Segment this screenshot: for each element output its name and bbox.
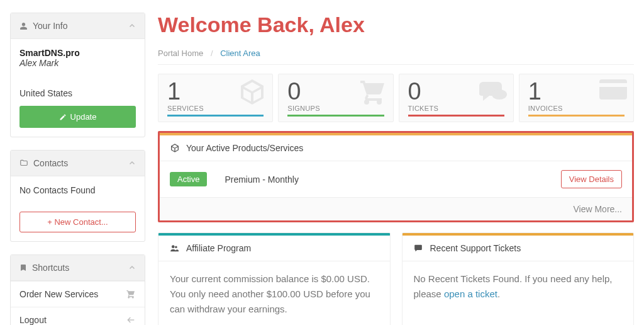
your-info-header[interactable]: Your Info	[11, 13, 145, 39]
stat-signups[interactable]: 0 SIGNUPS	[278, 74, 393, 122]
shortcuts-header[interactable]: Shortcuts	[11, 255, 145, 281]
affiliate-body: Your current commission balance is $0.00…	[158, 261, 390, 325]
contacts-header[interactable]: Contacts	[11, 151, 145, 176]
your-info-panel: Your Info SmartDNS.pro Alex Mark United …	[10, 13, 145, 137]
stat-invoices[interactable]: 1 INVOICES	[519, 74, 634, 122]
arrow-left-icon	[126, 315, 136, 325]
users-icon	[169, 244, 180, 253]
comment-icon	[413, 244, 424, 253]
chevron-up-icon	[128, 159, 136, 167]
svg-point-1	[492, 89, 507, 100]
status-badge: Active	[170, 172, 207, 186]
credit-card-icon	[598, 77, 628, 102]
user-icon	[19, 22, 28, 30]
breadcrumb: Portal Home / Client Area	[158, 43, 634, 65]
svg-point-5	[175, 246, 177, 249]
svg-point-4	[172, 245, 175, 248]
svg-rect-2	[599, 79, 627, 100]
breadcrumb-home[interactable]: Portal Home	[158, 48, 203, 58]
svg-rect-3	[599, 83, 627, 87]
shortcuts-title: Shortcuts	[32, 263, 69, 273]
pencil-icon	[59, 113, 67, 121]
breadcrumb-separator: /	[211, 48, 213, 58]
your-info-title: Your Info	[33, 21, 68, 31]
stat-invoices-label: INVOICES	[528, 105, 625, 112]
your-info-body: SmartDNS.pro Alex Mark United States Upd…	[11, 39, 145, 137]
active-products-panel: Your Active Products/Services Active Pre…	[158, 131, 634, 222]
shortcut-logout-label: Logout	[19, 315, 47, 325]
contacts-panel: Contacts No Contacts Found + New Contact…	[10, 150, 145, 242]
contacts-empty-text: No Contacts Found	[11, 176, 145, 204]
cube-icon	[237, 77, 267, 107]
breadcrumb-current[interactable]: Client Area	[220, 48, 260, 58]
affiliate-title: Affiliate Program	[186, 243, 251, 253]
tickets-card: Recent Support Tickets No Recent Tickets…	[402, 232, 635, 325]
new-contact-button[interactable]: + New Contact...	[19, 212, 136, 232]
account-name: Alex Mark	[19, 58, 136, 68]
stat-tickets[interactable]: 0 TICKETS	[399, 74, 514, 122]
tickets-body: No Recent Tickets Found. If you need any…	[402, 261, 634, 312]
page-title: Welcome Back, Alex	[158, 13, 634, 37]
stat-services[interactable]: 1 SERVICES	[158, 74, 273, 122]
cart-icon	[126, 289, 136, 299]
update-button[interactable]: Update	[19, 106, 136, 128]
view-details-button[interactable]: View Details	[561, 170, 622, 188]
active-products-header: Your Active Products/Services	[160, 135, 632, 161]
comments-icon	[478, 77, 508, 107]
chevron-up-icon	[128, 264, 136, 271]
cart-icon	[358, 77, 388, 107]
chevron-up-icon	[128, 22, 136, 30]
shortcut-order-services[interactable]: Order New Services	[11, 281, 145, 307]
product-row[interactable]: Active Premium - Monthly View Details	[160, 161, 632, 198]
contacts-title: Contacts	[33, 158, 68, 168]
active-products-title: Your Active Products/Services	[186, 143, 303, 153]
cube-icon	[170, 143, 180, 153]
account-brand: SmartDNS.pro	[19, 48, 136, 58]
tickets-text-post: .	[497, 288, 500, 299]
bookmark-icon	[19, 263, 27, 272]
stats-row: 1 SERVICES 0 SIGNUPS 0 TICKETS	[158, 74, 634, 122]
tickets-title: Recent Support Tickets	[430, 243, 521, 253]
folder-icon	[19, 159, 28, 168]
update-label: Update	[70, 112, 97, 122]
shortcut-order-label: Order New Services	[19, 289, 98, 299]
product-name: Premium - Monthly	[225, 174, 298, 185]
shortcut-logout[interactable]: Logout	[11, 307, 145, 325]
affiliate-card: Affiliate Program Your current commissio…	[158, 232, 391, 325]
account-country: United States	[19, 88, 136, 98]
shortcuts-panel: Shortcuts Order New Services Logout	[10, 254, 145, 325]
open-ticket-link[interactable]: open a ticket	[444, 288, 497, 299]
view-more-link[interactable]: View More...	[160, 198, 632, 220]
